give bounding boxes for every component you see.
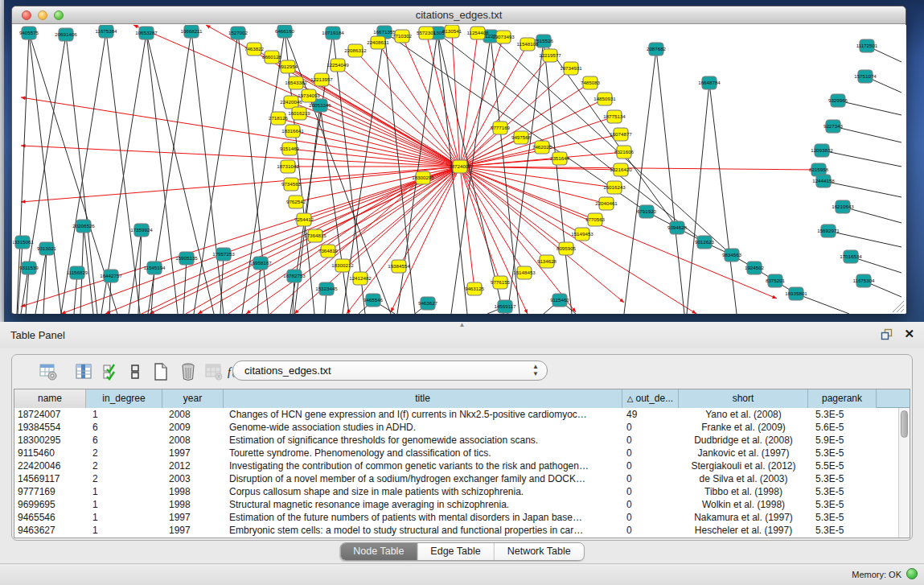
splitter-handle-icon[interactable]: ▲ bbox=[459, 321, 466, 328]
table-cell-in_degree[interactable]: 6 bbox=[86, 435, 162, 446]
table-cell-out_de[interactable]: 0 bbox=[622, 422, 679, 433]
table-cell-title[interactable]: Estimation of significance thresholds fo… bbox=[224, 435, 622, 446]
table-row[interactable]: 946554611997Estimation of the future num… bbox=[14, 511, 898, 524]
table-cell-short[interactable]: Tibbo et al. (1998) bbox=[679, 486, 808, 497]
table-cell-in_degree[interactable]: 1 bbox=[86, 409, 162, 420]
table-cell-short[interactable]: Yano et al. (2008) bbox=[679, 409, 808, 420]
table-cell-name[interactable]: 9115460 bbox=[14, 447, 86, 459]
table-cell-out_de[interactable]: 0 bbox=[622, 499, 679, 510]
table-cell-pagerank[interactable]: 5.3E-5 bbox=[808, 512, 877, 523]
table-cell-name[interactable]: 14569117 bbox=[14, 473, 86, 484]
table-cell-title[interactable]: Changes of HCN gene expression and I(f) … bbox=[224, 409, 622, 420]
table-cell-out_de[interactable]: 0 bbox=[622, 512, 679, 523]
table-cell-out_de[interactable]: 49 bbox=[622, 409, 679, 420]
table-row[interactable]: 1938455462009Genome-wide association stu… bbox=[14, 421, 898, 434]
table-cell-short[interactable]: Dudbridge et al. (2008) bbox=[679, 435, 808, 446]
table-cell-pagerank[interactable]: 5.6E-5 bbox=[808, 422, 877, 433]
close-panel-button[interactable]: ✕ bbox=[904, 328, 914, 340]
table-cell-pagerank[interactable]: 5.3E-5 bbox=[808, 473, 877, 484]
column-header-title[interactable]: title bbox=[224, 389, 622, 408]
table-row[interactable]: 969969511998Structural magnetic resonanc… bbox=[14, 498, 898, 511]
float-panel-icon[interactable] bbox=[881, 328, 893, 340]
table-cell-name[interactable]: 9463627 bbox=[14, 525, 86, 536]
table-cell-year[interactable]: 2008 bbox=[162, 435, 224, 446]
network-window-titlebar[interactable]: citations_edges.txt bbox=[12, 6, 906, 24]
table-cell-out_de[interactable]: 0 bbox=[622, 525, 679, 536]
table-cell-year[interactable]: 1998 bbox=[162, 499, 224, 510]
network-window[interactable]: citations_edges.txt 94055752069140611675… bbox=[11, 6, 906, 314]
table-cell-out_de[interactable]: 0 bbox=[622, 435, 679, 446]
table-cell-title[interactable]: Tourette syndrome. Phenomenology and cla… bbox=[224, 447, 622, 459]
column-header-name[interactable]: name bbox=[14, 389, 86, 408]
table-cell-in_degree[interactable]: 1 bbox=[86, 486, 162, 497]
table-cell-in_degree[interactable]: 2 bbox=[86, 460, 162, 472]
table-row[interactable]: 1872400712008Changes of HCN gene express… bbox=[14, 408, 898, 421]
table-cell-title[interactable]: Corpus callosum shape and size in male p… bbox=[224, 486, 622, 497]
table-cell-pagerank[interactable]: 5.3E-5 bbox=[808, 499, 877, 510]
table-cell-name[interactable]: 9465546 bbox=[14, 512, 86, 523]
select-columns-icon[interactable] bbox=[73, 361, 94, 382]
new-document-icon[interactable] bbox=[150, 361, 171, 382]
table-cell-pagerank[interactable]: 5.3E-5 bbox=[808, 447, 877, 459]
table-cell-in_degree[interactable]: 1 bbox=[86, 512, 162, 523]
table-cell-in_degree[interactable]: 2 bbox=[86, 447, 162, 459]
table-cell-in_degree[interactable]: 6 bbox=[86, 422, 162, 433]
network-canvas[interactable]: 9405575206914061167538410653287106682111… bbox=[13, 25, 906, 314]
table-cell-short[interactable]: Stergiakouli et al. (2012) bbox=[679, 460, 808, 472]
column-header-out_de[interactable]: △out_de... bbox=[622, 389, 679, 408]
table-cell-short[interactable]: Hescheler et al. (1997) bbox=[679, 525, 808, 536]
table-cell-title[interactable]: Structural magnetic resonance image aver… bbox=[224, 499, 622, 510]
table-cell-title[interactable]: Investigating the contribution of common… bbox=[224, 460, 622, 472]
table-cell-pagerank[interactable]: 5.3E-5 bbox=[808, 409, 877, 420]
table-cell-name[interactable]: 9777169 bbox=[14, 486, 86, 497]
table-cell-year[interactable]: 2003 bbox=[162, 473, 224, 484]
table-cell-out_de[interactable]: 0 bbox=[622, 473, 679, 484]
table-settings-icon[interactable] bbox=[38, 361, 59, 382]
table-cell-title[interactable]: Disruption of a novel member of a sodium… bbox=[224, 473, 622, 484]
table-cell-title[interactable]: Estimation of the future numbers of pati… bbox=[224, 512, 622, 523]
table-cell-in_degree[interactable]: 2 bbox=[86, 473, 162, 484]
tab-node-table[interactable]: Node Table bbox=[340, 543, 417, 560]
table-cell-name[interactable]: 9699695 bbox=[14, 499, 86, 510]
delete-table-icon[interactable] bbox=[178, 361, 199, 382]
column-header-pagerank[interactable]: pagerank bbox=[808, 389, 877, 408]
table-cell-year[interactable]: 1998 bbox=[162, 486, 224, 497]
table-cell-pagerank[interactable]: 5.9E-5 bbox=[808, 435, 877, 446]
table-cell-name[interactable]: 22420046 bbox=[14, 460, 86, 472]
table-cell-in_degree[interactable]: 1 bbox=[86, 525, 162, 536]
table-cell-name[interactable]: 18724007 bbox=[14, 409, 86, 420]
table-cell-year[interactable]: 2012 bbox=[162, 460, 224, 472]
table-row[interactable]: 1456911722003Disruption of a novel membe… bbox=[14, 472, 898, 485]
table-cell-title[interactable]: Embryonic stem cells: a model to study s… bbox=[224, 525, 622, 536]
row-check-icon[interactable] bbox=[101, 361, 121, 382]
table-row[interactable]: 911546021997Tourette syndrome. Phenomeno… bbox=[14, 447, 898, 459]
table-cell-year[interactable]: 2009 bbox=[162, 422, 224, 433]
citation-network-graph[interactable]: 9405575206914061167538410653287106682111… bbox=[13, 25, 906, 314]
table-cell-short[interactable]: Jankovic et al. (1997) bbox=[679, 447, 808, 459]
table-row[interactable]: 1830029562008Estimation of significance … bbox=[14, 434, 898, 447]
table-cell-pagerank[interactable]: 5.5E-5 bbox=[808, 460, 877, 472]
network-table-select[interactable]: citations_edges.txt ▲▼ bbox=[232, 360, 548, 381]
table-cell-pagerank[interactable]: 5.3E-5 bbox=[808, 486, 877, 497]
table-cell-out_de[interactable]: 0 bbox=[622, 447, 679, 459]
table-cell-out_de[interactable]: 0 bbox=[622, 486, 679, 497]
table-cell-year[interactable]: 1997 bbox=[162, 512, 224, 523]
tab-network-table[interactable]: Network Table bbox=[495, 543, 584, 560]
tab-edge-table[interactable]: Edge Table bbox=[417, 543, 494, 560]
table-row[interactable]: 946362711997Embryonic stem cells: a mode… bbox=[14, 524, 898, 537]
table-cell-in_degree[interactable]: 1 bbox=[86, 499, 162, 510]
table-cell-name[interactable]: 18300295 bbox=[14, 435, 86, 446]
table-cell-name[interactable]: 19384554 bbox=[14, 422, 86, 433]
table-cell-short[interactable]: Nakamura et al. (1997) bbox=[679, 512, 808, 523]
table-scrollbar[interactable] bbox=[898, 408, 910, 538]
table-cell-short[interactable]: Franke et al. (2009) bbox=[679, 422, 808, 433]
table-cell-year[interactable]: 2008 bbox=[162, 409, 224, 420]
domino-icon[interactable] bbox=[125, 361, 146, 382]
table-cell-pagerank[interactable]: 5.3E-5 bbox=[808, 525, 877, 536]
table-cell-short[interactable]: de Silva et al. (2003) bbox=[679, 473, 808, 484]
table-cell-title[interactable]: Genome-wide association studies in ADHD. bbox=[224, 422, 622, 433]
table-cell-short[interactable]: Wolkin et al. (1998) bbox=[679, 499, 808, 510]
table-scrollbar-thumb[interactable] bbox=[901, 410, 908, 438]
column-header-in_degree[interactable]: in_degree bbox=[86, 389, 162, 408]
table-row[interactable]: 2242004622012Investigating the contribut… bbox=[14, 459, 898, 472]
